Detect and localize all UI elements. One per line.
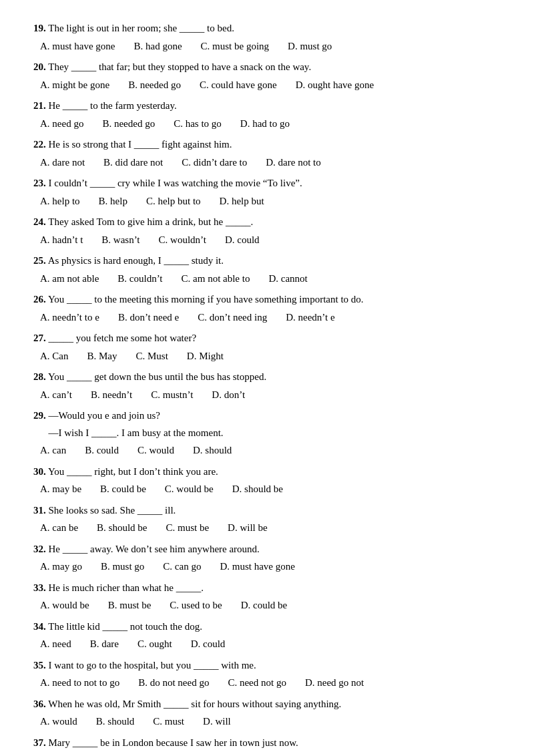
option: B. do not need go <box>138 675 209 692</box>
option: A. hadn’t t <box>40 232 83 249</box>
option: D. cannot <box>268 270 307 288</box>
option: A. need to not to go <box>40 675 119 692</box>
options-line: A. may goB. must goC. can goD. must have… <box>33 558 501 576</box>
question-block: 21. He _____ to the farm yesterday.A. ne… <box>33 98 501 132</box>
question-block: 25. As physics is hard enough, I _____ s… <box>33 252 501 287</box>
option: C. ought <box>138 636 172 653</box>
option: D. needn’t e <box>286 309 334 327</box>
option: B. May <box>87 348 117 365</box>
option: D. should be <box>232 481 283 498</box>
option: D. could <box>191 636 226 653</box>
option: D. dare not to <box>266 154 320 172</box>
option: A. must have gone <box>40 38 115 55</box>
question-text: 25. As physics is hard enough, I _____ s… <box>33 252 501 270</box>
question-text: 37. Mary _____ be in London because I sa… <box>33 735 501 752</box>
options-line: A. must have goneB. had goneC. must be g… <box>33 38 501 55</box>
option: A. need go <box>40 116 83 133</box>
option: C. didn’t dare to <box>182 154 247 172</box>
option: C. would be <box>165 481 214 498</box>
question-block: 30. You _____ right, but I don’t think y… <box>33 463 501 498</box>
option: C. could have gone <box>200 77 277 94</box>
question-text: 31. She looks so sad. She _____ ill. <box>33 502 501 520</box>
option: C. has to go <box>174 116 222 133</box>
option: A. help to <box>40 193 80 210</box>
options-line: A. mustn’tB. isn’t able toC. may notD. c… <box>33 752 501 756</box>
option: C. help but to <box>146 193 201 210</box>
option: D. had to go <box>240 116 290 133</box>
option: D. don’t <box>212 387 245 404</box>
options-line: A. need to not to goB. do not need goC. … <box>33 675 501 692</box>
option: B. did dare not <box>103 154 163 172</box>
options-line: A. can’tB. needn’tC. mustn’tD. don’t <box>33 387 501 404</box>
options-line: A. might be goneB. needed goC. could hav… <box>33 77 501 94</box>
options-line: A. canB. couldC. wouldD. should <box>33 442 501 459</box>
option: C. am not able to <box>182 270 250 288</box>
options-line: A. wouldB. shouldC. mustD. will <box>33 713 501 731</box>
questions-container: 19. The light is out in her room; she __… <box>33 20 501 756</box>
option: B. had gone <box>134 38 182 55</box>
option: B. needn’t <box>91 387 132 404</box>
options-line: A. may beB. could beC. would beD. should… <box>33 481 501 498</box>
option: D. could <box>225 232 260 249</box>
options-line: A. hadn’t tB. wasn’tC. wouldn’tD. could <box>33 232 501 249</box>
question-block: 23. I couldn’t _____ cry while I was wat… <box>33 175 501 210</box>
question-text: 34. The little kid _____ not touch the d… <box>33 618 501 636</box>
option: A. need <box>40 636 71 653</box>
question-block: 28. You _____ get down the bus until the… <box>33 369 501 403</box>
option: B. could <box>85 442 119 459</box>
question-block: 31. She looks so sad. She _____ ill.A. c… <box>33 502 501 537</box>
option: B. isn’t able to <box>101 752 160 756</box>
question-text: 33. He is much richer than what he _____… <box>33 580 501 597</box>
option: B. needed go <box>128 77 181 94</box>
options-line: A. help toB. helpC. help but toD. help b… <box>33 193 501 210</box>
question-text: 24. They asked Tom to give him a drink, … <box>33 214 501 231</box>
question-text: 27. _____ you fetch me some hot water? <box>33 330 501 347</box>
option: B. needed go <box>102 116 155 133</box>
option: A. would be <box>40 597 89 614</box>
option: A. am not able <box>40 270 99 288</box>
question-block: 36. When he was old, Mr Smith _____ sit … <box>33 696 501 731</box>
question-block: 20. They _____ that far; but they stoppe… <box>33 59 501 93</box>
option: C. would <box>138 442 174 459</box>
option: D. cannot <box>242 752 280 756</box>
option: D. could be <box>241 597 288 614</box>
option: C. must <box>153 713 184 731</box>
question-block: 24. They asked Tom to give him a drink, … <box>33 214 501 248</box>
option: A. mustn’t <box>40 752 83 756</box>
option: B. must go <box>101 558 144 576</box>
option: A. might be gone <box>40 77 109 94</box>
option: C. don’t need ing <box>198 309 267 327</box>
question-text: 29. —Would you e and join us? —I wish I … <box>33 407 501 441</box>
question-block: 22. He is so strong that I _____ fight a… <box>33 136 501 171</box>
question-text: 21. He _____ to the farm yesterday. <box>33 98 501 115</box>
option: D. help but <box>220 193 264 210</box>
options-line: A. need goB. needed goC. has to goD. had… <box>33 116 501 133</box>
option: C. may not <box>179 752 223 756</box>
option: B. should be <box>97 520 147 537</box>
option: A. needn’t to e <box>40 309 99 327</box>
option: A. can’t <box>40 387 72 404</box>
option: A. can <box>40 442 66 459</box>
options-line: A. can beB. should beC. must beD. will b… <box>33 520 501 537</box>
option: D. must have gone <box>220 558 294 576</box>
question-text: 23. I couldn’t _____ cry while I was wat… <box>33 175 501 192</box>
question-block: 33. He is much richer than what he _____… <box>33 580 501 614</box>
options-line: A. needn’t to eB. don’t need eC. don’t n… <box>33 309 501 327</box>
option: C. Must <box>136 348 168 365</box>
option: C. need not go <box>228 675 286 692</box>
option: D. will <box>203 713 231 731</box>
options-line: A. CanB. MayC. MustD. Might <box>33 348 501 365</box>
option: B. couldn’t <box>117 270 162 288</box>
options-line: A. am not ableB. couldn’tC. am not able … <box>33 270 501 288</box>
option: D. must go <box>288 38 332 55</box>
option: B. must be <box>108 597 152 614</box>
question-text: 32. He _____ away. We don’t see him anyw… <box>33 541 501 558</box>
question-block: 29. —Would you e and join us? —I wish I … <box>33 407 501 459</box>
option: B. should <box>96 713 135 731</box>
options-line: A. dare notB. did dare notC. didn’t dare… <box>33 154 501 172</box>
options-line: A. needB. dareC. oughtD. could <box>33 636 501 653</box>
option: D. Might <box>187 348 224 365</box>
option: A. may be <box>40 481 81 498</box>
option: C. used to be <box>170 597 222 614</box>
question-block: 19. The light is out in her room; she __… <box>33 20 501 55</box>
